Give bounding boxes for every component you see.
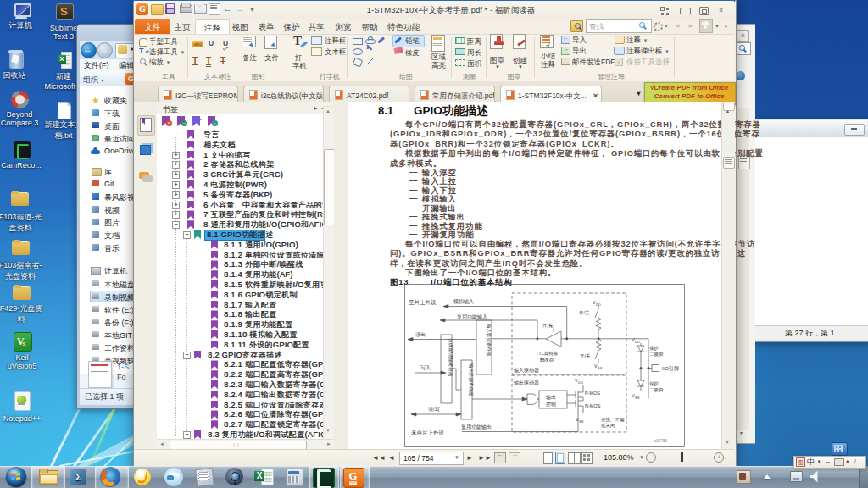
svg-text:N-MOS: N-MOS (585, 403, 601, 408)
svg-text:输入数据寄存器: 输入数据寄存器 (486, 324, 492, 357)
svg-text:输出驱动器: 输出驱动器 (514, 380, 539, 386)
svg-text:读出: 读出 (415, 332, 426, 337)
svg-text:ai14781: ai14781 (654, 439, 668, 443)
svg-text:DD: DD (578, 380, 583, 385)
svg-text:I/O引脚: I/O引脚 (662, 365, 679, 372)
svg-text:复用功能输入: 复用功能输入 (457, 314, 487, 320)
svg-text:控制: 控制 (546, 402, 556, 408)
svg-text:SS: SS (598, 366, 603, 370)
svg-text:TTL肖特基: TTL肖特基 (536, 351, 559, 357)
svg-text:SS: SS (579, 419, 584, 424)
svg-text:二极管: 二极管 (649, 352, 664, 358)
svg-text:写入: 写入 (420, 365, 431, 370)
svg-text:推挽、开漏: 推挽、开漏 (601, 417, 625, 423)
svg-text:保护: 保护 (649, 381, 659, 386)
svg-text:复用功能输出: 复用功能输出 (461, 424, 492, 430)
svg-text:来自片上外设: 来自片上外设 (411, 430, 445, 436)
svg-text:模拟输入: 模拟输入 (453, 298, 474, 305)
svg-text:二极管: 二极管 (649, 387, 664, 393)
svg-text:触发器: 触发器 (540, 357, 554, 363)
svg-text:输入驱动器: 输入驱动器 (514, 367, 539, 374)
svg-text:读/写: 读/写 (428, 407, 440, 412)
svg-text:保护: 保护 (649, 346, 659, 351)
svg-text:开/关: 开/关 (579, 310, 590, 315)
svg-text:DD: DD (635, 340, 640, 344)
svg-text:至片上外设: 至片上外设 (409, 299, 437, 306)
svg-text:开/关: 开/关 (580, 353, 591, 358)
svg-text:位设置/清除寄存器: 位设置/清除寄存器 (448, 338, 453, 377)
svg-text:输出数据寄存器: 输出数据寄存器 (468, 363, 474, 396)
svg-text:或关闭: 或关闭 (601, 423, 615, 429)
svg-text:输出: 输出 (546, 395, 556, 401)
svg-text:P-MOS: P-MOS (585, 391, 600, 396)
svg-text:DD: DD (596, 302, 601, 307)
svg-text:开/关: 开/关 (542, 323, 554, 328)
svg-text:SS: SS (635, 396, 640, 400)
